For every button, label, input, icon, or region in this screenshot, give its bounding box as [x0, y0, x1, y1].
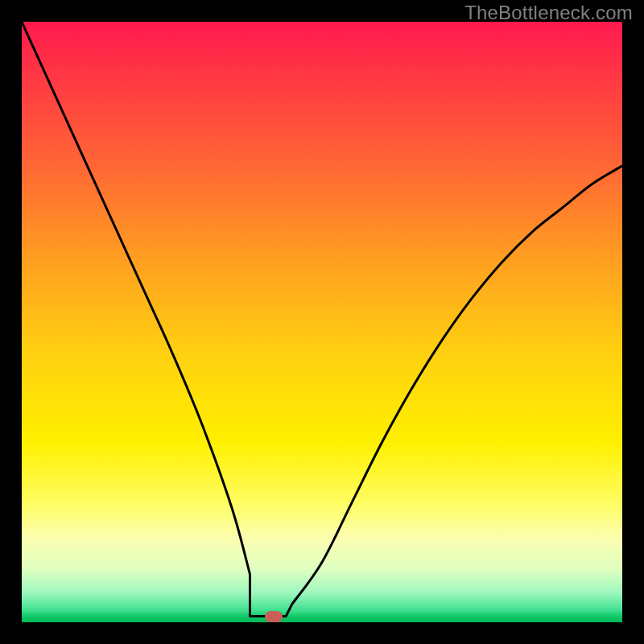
plot-area: [22, 22, 622, 622]
chart-frame: TheBottleneck.com: [0, 0, 644, 644]
optimal-point-marker: [265, 611, 283, 622]
bottleneck-curve: [22, 22, 622, 622]
watermark-text: TheBottleneck.com: [464, 2, 633, 24]
